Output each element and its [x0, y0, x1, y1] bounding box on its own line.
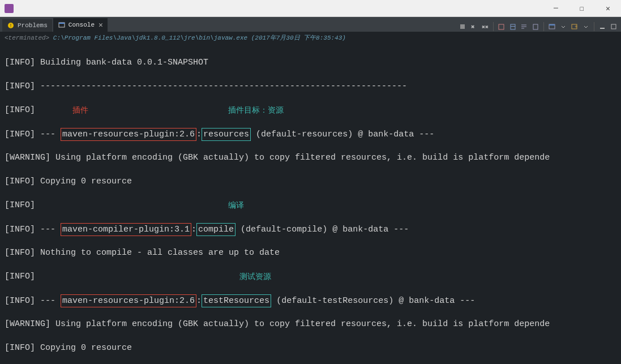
- plugin-box: maven-resources-plugin:2.6: [61, 128, 196, 141]
- goal-box: testResources: [202, 294, 271, 307]
- remove-launch-icon[interactable]: ✖: [469, 22, 479, 32]
- svg-rect-9: [511, 26, 515, 27]
- svg-rect-15: [600, 28, 605, 29]
- terminate-icon[interactable]: [457, 22, 468, 32]
- plugin-box: maven-compiler-plugin:3.1: [61, 223, 191, 236]
- console-line: [INFO]测试资源: [5, 271, 616, 282]
- svg-rect-4: [460, 24, 465, 29]
- dropdown-icon[interactable]: [558, 22, 568, 32]
- window-titlebar: ─ ☐ ✕: [0, 0, 621, 17]
- close-icon[interactable]: ✕: [98, 20, 103, 29]
- minimize-button[interactable]: ─: [543, 0, 569, 17]
- scroll-lock-icon[interactable]: [508, 22, 518, 32]
- close-button[interactable]: ✕: [595, 0, 621, 17]
- console-line: [INFO]插件插件目标：资源: [5, 104, 616, 116]
- terminated-path: C:\Program Files\Java\jdk1.8.0_112\jre\b…: [53, 35, 247, 41]
- eclipse-icon: [5, 4, 14, 13]
- console-toolbar: ✖ ✖✖ +: [457, 22, 621, 32]
- tab-console[interactable]: Console ✕: [53, 18, 108, 32]
- console-line: [INFO] Copying 0 resource: [5, 175, 616, 187]
- console-line: [WARNING] Using platform encoding (GBK a…: [5, 152, 616, 164]
- tab-label: Console: [68, 22, 95, 28]
- annotation-test-res: 测试资源: [239, 271, 271, 282]
- annotation-plugin: 插件: [72, 104, 88, 116]
- clear-console-icon[interactable]: [496, 22, 507, 32]
- launch-status-line: <terminated> C:\Program Files\Java\jdk1.…: [0, 32, 621, 44]
- console-line: [INFO] Copying 0 resource: [5, 342, 616, 354]
- svg-text:+: +: [575, 24, 577, 30]
- console-line: [INFO] --- maven-resources-plugin:2.6:re…: [5, 128, 616, 140]
- view-tabbar: ! Problems Console ✕ ✖ ✖✖ +: [0, 17, 621, 32]
- display-selected-icon[interactable]: [547, 22, 557, 32]
- svg-rect-8: [511, 24, 515, 29]
- terminated-label: <terminated>: [5, 35, 49, 41]
- pin-console-icon[interactable]: [530, 22, 541, 32]
- svg-text:✖: ✖: [471, 24, 475, 30]
- svg-text:!: !: [9, 23, 12, 29]
- dropdown-icon[interactable]: [581, 22, 591, 32]
- tab-label: Problems: [18, 22, 48, 29]
- console-line: [INFO] ---------------------------------…: [5, 80, 616, 92]
- console-line: [INFO] Building bank-data 0.0.1-SNAPSHOT: [5, 57, 616, 68]
- separator: [594, 22, 594, 31]
- console-output[interactable]: [INFO] Building bank-data 0.0.1-SNAPSHOT…: [0, 44, 621, 364]
- svg-rect-12: [549, 24, 555, 25]
- goal-box: resources: [202, 128, 251, 141]
- plugin-box: maven-resources-plugin:2.6: [61, 294, 196, 307]
- separator: [493, 22, 494, 31]
- minimize-view-icon[interactable]: [597, 22, 607, 32]
- tab-problems[interactable]: ! Problems: [2, 19, 52, 32]
- maximize-button[interactable]: ☐: [569, 0, 595, 17]
- annotation-plugin-goal: 插件目标：资源: [228, 104, 284, 116]
- svg-rect-7: [499, 24, 504, 29]
- annotation-compile: 编译: [228, 199, 244, 211]
- svg-text:✖✖: ✖✖: [482, 24, 489, 30]
- console-line: [INFO] --- maven-compiler-plugin:3.1:com…: [5, 223, 616, 235]
- separator: [543, 22, 544, 31]
- console-line: [INFO]编译: [5, 199, 616, 211]
- open-console-icon[interactable]: +: [569, 22, 580, 32]
- console-line: [WARNING] Using platform encoding (GBK a…: [5, 318, 616, 330]
- svg-rect-16: [611, 24, 616, 29]
- terminated-time: (2017年7月30日 下午8:35:43): [251, 35, 346, 41]
- goal-box: compile: [196, 223, 235, 236]
- word-wrap-icon[interactable]: [519, 22, 529, 32]
- console-line: [INFO] Nothing to compile - all classes …: [5, 247, 616, 259]
- svg-rect-10: [533, 24, 538, 29]
- console-icon: [58, 21, 66, 29]
- problems-icon: !: [7, 22, 15, 29]
- svg-rect-3: [59, 23, 65, 24]
- console-line: [INFO] --- maven-resources-plugin:2.6:te…: [5, 294, 616, 306]
- remove-all-icon[interactable]: ✖✖: [480, 22, 490, 32]
- maximize-view-icon[interactable]: [609, 22, 619, 32]
